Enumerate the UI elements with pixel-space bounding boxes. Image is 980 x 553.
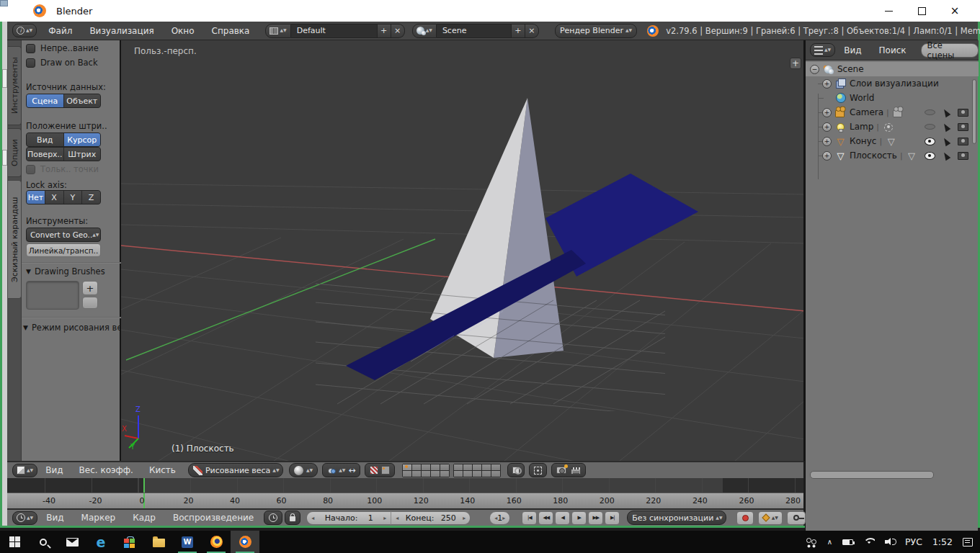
brush-preview-box[interactable] <box>26 281 79 310</box>
layer-cell[interactable] <box>431 471 440 477</box>
layer-cell[interactable] <box>403 471 411 477</box>
taskbar-firefox-button[interactable] <box>202 531 231 553</box>
editor-type-button[interactable]: ▲▼ <box>12 511 37 525</box>
lock-axis-2[interactable]: Y <box>64 191 82 204</box>
selectability-cursor-icon[interactable] <box>940 150 952 161</box>
tab-options[interactable]: Опции <box>8 128 22 177</box>
layer-cell[interactable] <box>454 471 463 477</box>
lock-axis-0[interactable]: Нет <box>27 191 45 204</box>
outliner-row-слои-визуализации[interactable]: +Слои визуализации <box>806 76 979 91</box>
lock-time-button[interactable] <box>285 511 300 525</box>
timeline-menu-3[interactable]: Воспроизведение <box>164 513 262 523</box>
outliner-row-конус[interactable]: +▽Конус|▽ <box>806 134 979 148</box>
manipulator-icon[interactable]: ↔ <box>348 466 355 475</box>
lock-axis-3[interactable]: Z <box>82 191 100 204</box>
outliner-row-lamp[interactable]: +Lamp| <box>806 120 979 134</box>
layer-cell[interactable] <box>440 464 449 470</box>
editor-type-button[interactable]: ▲▼ <box>810 43 835 57</box>
speaker-icon[interactable] <box>885 538 895 546</box>
taskbar-edge-button[interactable]: e <box>86 531 115 553</box>
current-frame-field[interactable]: ◂ 1 ▸ <box>489 511 510 525</box>
render-camera-icon[interactable] <box>556 467 566 474</box>
tab-grease-pencil[interactable]: Эскизный карандаш <box>8 180 22 299</box>
layout-name-field[interactable]: Default <box>291 24 378 38</box>
mode-dropdown[interactable]: Рисование веса ▲▼ <box>188 463 283 477</box>
outliner-horizontal-scrollbar[interactable] <box>810 471 934 479</box>
lock-axis-1[interactable]: X <box>45 191 63 204</box>
layer-cell[interactable] <box>473 464 481 470</box>
render-animation-icon[interactable] <box>571 467 581 475</box>
outliner-vertical-scrollbar[interactable] <box>972 79 976 144</box>
endpoints-checkbox-row[interactable]: Тольк.. точки <box>26 164 99 174</box>
renderability-camera-icon[interactable] <box>957 107 968 117</box>
layout-browse-button[interactable]: ▲▼ <box>265 24 290 38</box>
renderability-camera-icon[interactable] <box>957 150 968 161</box>
scene-name-field[interactable]: Scene <box>437 24 512 38</box>
timeline-track[interactable] <box>7 478 803 493</box>
snap-element-icon[interactable] <box>381 466 390 475</box>
continuous-checkbox-row[interactable]: Непре..вание <box>26 43 99 53</box>
taskbar-blender-button[interactable] <box>231 531 259 553</box>
playback-button-2[interactable]: ◀ <box>555 511 570 525</box>
expand-icon[interactable]: + <box>822 122 832 132</box>
stroke-0[interactable]: Вид <box>27 133 63 146</box>
checkbox-icon[interactable] <box>26 58 35 68</box>
maximize-button[interactable] <box>906 0 937 22</box>
language-indicator[interactable]: РУС <box>905 536 922 547</box>
selectability-cursor-icon[interactable] <box>940 136 952 146</box>
render-engine-dropdown[interactable]: Рендер Blender ▲▼ <box>555 24 637 38</box>
viewport-shading-dropdown[interactable]: ▲▼ <box>289 463 318 477</box>
3d-viewport[interactable]: X Y Z Польз.-персп. (1) Плоскость + <box>121 40 805 461</box>
arrow-right-icon[interactable]: ▸ <box>502 515 505 521</box>
outliner-row-плоскость[interactable]: +▽Плоскость|▽ <box>806 148 979 163</box>
layer-grid-1[interactable] <box>402 464 450 477</box>
time-indicator-button[interactable] <box>264 511 282 525</box>
layer-cell[interactable] <box>491 464 500 470</box>
wifi-icon[interactable] <box>863 538 875 546</box>
timeline-menu-1[interactable]: Маркер <box>73 513 125 523</box>
action-center-icon[interactable] <box>963 538 973 547</box>
stroke-0[interactable]: Поверх.. <box>27 148 63 161</box>
renderability-camera-icon[interactable] <box>957 122 968 132</box>
current-frame-indicator[interactable] <box>143 478 145 493</box>
drawing-brushes-panel-header[interactable]: ▼ Drawing Brushes <box>26 266 105 276</box>
playback-button-0[interactable]: |◀ <box>522 511 537 525</box>
selectability-cursor-icon[interactable] <box>940 107 952 117</box>
visibility-eye-icon[interactable] <box>924 150 935 161</box>
layer-grid-2[interactable] <box>453 464 501 477</box>
insert-keyframe-button[interactable] <box>787 511 806 525</box>
layer-cell[interactable] <box>454 464 463 470</box>
visibility-eye-icon[interactable] <box>924 107 935 117</box>
clock-time[interactable]: 1:52 <box>932 536 953 547</box>
occlude-geometry-icon[interactable] <box>370 466 378 475</box>
expand-icon[interactable]: + <box>822 137 832 146</box>
outliner-menu-0[interactable]: Вид <box>835 45 870 55</box>
playback-button-3[interactable]: ▶ <box>571 511 587 525</box>
viewport-menu-1[interactable]: Вес. коэфф. <box>71 465 141 475</box>
taskbar-folder-button[interactable] <box>144 531 173 553</box>
layer-cell[interactable] <box>431 464 440 470</box>
people-icon[interactable] <box>806 538 817 547</box>
renderability-camera-icon[interactable] <box>957 136 968 146</box>
lock-to-scene-button[interactable] <box>507 463 525 477</box>
expand-icon[interactable]: + <box>822 79 832 89</box>
infobar-menu-0[interactable]: Файл <box>40 26 81 36</box>
layout-delete-button[interactable]: × <box>391 24 405 38</box>
expand-icon[interactable]: + <box>822 151 832 161</box>
expand-icon[interactable]: + <box>822 108 832 117</box>
editor-type-button[interactable]: i ▲▼ <box>12 24 37 37</box>
outliner-menu-1[interactable]: Поиск <box>870 45 915 55</box>
start-frame-field[interactable]: ◂ Начало: 1 ▸ <box>306 511 391 525</box>
convert-dropdown[interactable]: Convert to Geo.. ▲▼ <box>26 228 101 242</box>
properties-region-expand-button[interactable]: + <box>790 58 801 69</box>
taskbar-start-button[interactable] <box>0 531 29 553</box>
layer-cell[interactable] <box>412 464 421 470</box>
data-source-1[interactable]: Объект <box>64 94 101 107</box>
layer-cell[interactable] <box>491 471 500 477</box>
collapse-icon[interactable]: − <box>810 65 819 74</box>
close-button[interactable]: × <box>939 0 971 22</box>
arrow-right-icon[interactable]: ▸ <box>463 515 466 521</box>
arrow-right-icon[interactable]: ▸ <box>383 515 386 521</box>
end-frame-field[interactable]: ◂ Конец: 250 ▸ <box>391 511 471 525</box>
timeline-menu-2[interactable]: Кадр <box>124 513 164 523</box>
